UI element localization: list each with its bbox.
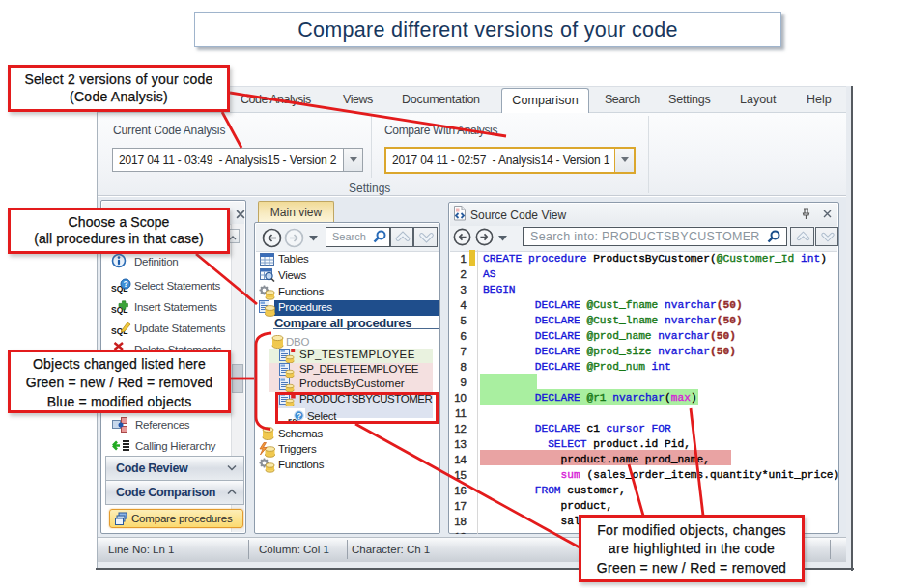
svg-text:?: ? xyxy=(123,279,127,289)
